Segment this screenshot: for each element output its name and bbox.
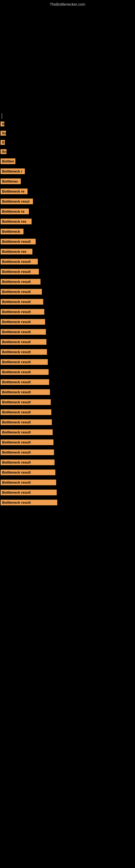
bar-row: Bottleneck result: [0, 479, 135, 487]
bottleneck-bar: Bottleneck result: [1, 379, 49, 385]
bottleneck-bar: Bottlenec: [1, 179, 21, 184]
bottleneck-bar: Bottleneck result: [1, 500, 57, 505]
bar-row: Bottleneck result: [0, 279, 135, 286]
bar-row: Bottlen: [0, 158, 135, 166]
bar-row: Bottleneck resul: [0, 198, 135, 206]
bottleneck-bar: Bottleneck: [1, 229, 24, 235]
bar-row: Bottleneck: [0, 229, 135, 236]
bar-row: B: [0, 122, 135, 128]
bottleneck-bar: Bottleneck result: [1, 239, 36, 244]
bar-row: Bottleneck result: [0, 369, 135, 376]
bar-row: [0, 113, 135, 119]
bottleneck-bar: Bottleneck result: [1, 409, 51, 415]
bar-row: Bottleneck result: [0, 389, 135, 397]
bar-row: Bottleneck res: [0, 249, 135, 256]
site-header: TheBottlenecker.com: [0, 0, 135, 8]
bottleneck-bar: Bottleneck result: [1, 490, 57, 495]
bottleneck-bar: Bottleneck result: [1, 259, 38, 265]
bottleneck-bar: Bottleneck result: [1, 309, 44, 315]
bar-row: Bottleneck result: [0, 319, 135, 326]
bottleneck-bar: B: [1, 140, 5, 145]
bar-row: Bottleneck result: [0, 329, 135, 336]
bottleneck-bar: Bottleneck result: [1, 359, 48, 365]
bottleneck-bar: Bottleneck result: [1, 420, 52, 425]
bottleneck-bar: Bottleneck result: [1, 279, 41, 284]
bar-row: Bottleneck result: [0, 269, 135, 276]
bar-row: Bottleneck result: [0, 239, 135, 246]
bar-row: Bottlenec: [0, 179, 135, 186]
bottleneck-bar: Bottleneck res: [1, 249, 32, 254]
bar-row: Bottleneck res: [0, 219, 135, 226]
bottleneck-bar: Bottleneck result: [1, 450, 54, 455]
bar-row: Bottleneck result: [0, 299, 135, 306]
bar-row: Bottleneck result: [0, 309, 135, 316]
bottleneck-bar: Bottleneck result: [1, 389, 50, 395]
bottleneck-bar: Bottleneck result: [1, 479, 56, 485]
bottleneck-bar: Bottleneck resul: [1, 198, 33, 204]
bar-row: Bo: [0, 131, 135, 137]
bar-row: Bottleneck result: [0, 450, 135, 457]
bottleneck-bar: Bottleneck result: [1, 399, 51, 405]
bar-row: Bottleneck result: [0, 289, 135, 296]
bottleneck-bar: Bottleneck re: [1, 188, 28, 194]
bar-row: Bottleneck result: [0, 349, 135, 356]
bottleneck-bar: Bottleneck result: [1, 369, 49, 375]
bottleneck-bar: Bottleneck result: [1, 329, 46, 335]
bar-row: Bottleneck result: [0, 500, 135, 507]
bar-row: Bottleneck re: [0, 188, 135, 196]
chart-area: [0, 8, 135, 111]
bottleneck-bar: Bottleneck result: [1, 299, 43, 305]
bottleneck-bar: Bottlen: [1, 158, 15, 164]
bottleneck-bar: Bottleneck r: [1, 168, 25, 174]
bar-row: Bottleneck result: [0, 409, 135, 416]
bar-row: Bottleneck result: [0, 339, 135, 346]
page-wrapper: TheBottlenecker.com B Bo B Bo Bottlen Bo…: [0, 0, 135, 507]
bar-row: Bottleneck r: [0, 168, 135, 176]
bar-row: Bottleneck result: [0, 259, 135, 266]
bar-row: Bottleneck result: [0, 420, 135, 427]
bottleneck-bar: Bottleneck result: [1, 289, 42, 294]
bottleneck-bar: Bottleneck result: [1, 469, 55, 475]
bar-row: Bottleneck result: [0, 399, 135, 407]
bar-row: Bo: [0, 149, 135, 156]
bar-row: Bottleneck result: [0, 460, 135, 467]
bar-row: Bottleneck re: [0, 209, 135, 216]
bars-container: B Bo B Bo Bottlen Bottleneck r Bottlenec…: [0, 113, 135, 507]
bar-row: Bottleneck result: [0, 379, 135, 386]
bottleneck-bar: Bottleneck result: [1, 319, 45, 325]
bottleneck-bar: Bottleneck result: [1, 349, 47, 355]
site-title: TheBottlenecker.com: [0, 0, 135, 8]
cursor-indicator: [2, 113, 2, 119]
bottleneck-bar: Bottleneck result: [1, 339, 46, 345]
bottleneck-bar: Bottleneck result: [1, 439, 53, 445]
bottleneck-bar: B: [1, 122, 4, 126]
bottleneck-bar: Bo: [1, 131, 6, 135]
bar-row: Bottleneck result: [0, 429, 135, 437]
bar-row: Bottleneck result: [0, 490, 135, 497]
bottleneck-bar: Bottleneck result: [1, 269, 39, 275]
bar-row: Bottleneck result: [0, 469, 135, 477]
bottleneck-bar: Bo: [1, 149, 6, 154]
bottleneck-bar: Bottleneck result: [1, 460, 54, 465]
bar-row: B: [0, 140, 135, 147]
bar-row: Bottleneck result: [0, 359, 135, 367]
bar-row: Bottleneck result: [0, 439, 135, 447]
bottleneck-bar: Bottleneck result: [1, 429, 53, 435]
bottleneck-bar: Bottleneck res: [1, 219, 32, 224]
bottleneck-bar: Bottleneck re: [1, 209, 29, 214]
